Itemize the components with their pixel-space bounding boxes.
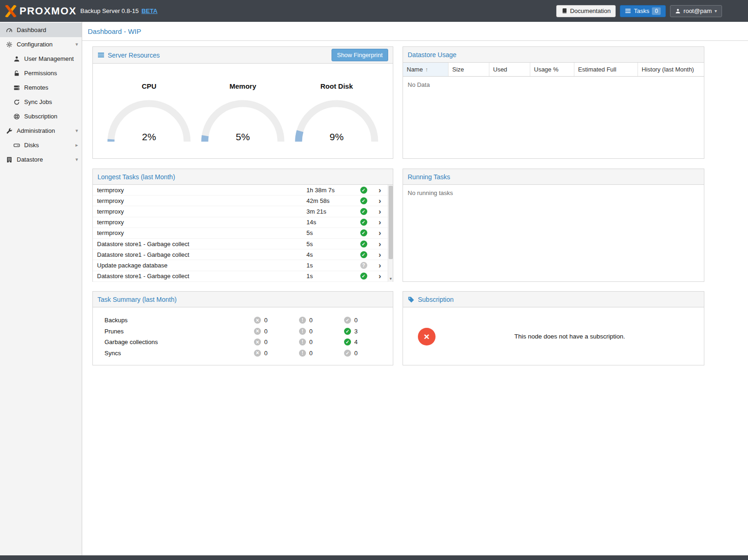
task-name: termproxy — [93, 229, 306, 236]
beta-link[interactable]: BETA — [142, 7, 157, 14]
task-row[interactable]: Datastore store1 - Garbage collect 5s › — [93, 239, 388, 249]
server-icon — [13, 85, 20, 91]
task-duration: 42m 58s — [306, 197, 355, 204]
chevron-right-icon[interactable]: › — [372, 229, 388, 237]
panel-title: Server Resources — [108, 52, 160, 59]
chevron-right-icon[interactable]: › — [372, 261, 388, 269]
show-fingerprint-button[interactable]: Show Fingerprint — [332, 49, 388, 61]
column-header-size[interactable]: Size — [449, 63, 489, 76]
sidebar-item-user-management[interactable]: User Management — [0, 52, 82, 66]
column-label: Used — [493, 66, 507, 73]
task-row[interactable]: Update package database 1s › — [93, 260, 388, 271]
error-count-icon — [254, 350, 261, 357]
warning-count-icon — [299, 350, 306, 357]
task-row[interactable]: termproxy 14s › — [93, 217, 388, 228]
warning-count-icon — [299, 328, 306, 335]
task-row[interactable]: termproxy 42m 58s › — [93, 195, 388, 206]
documentation-label: Documentation — [570, 7, 611, 14]
task-row[interactable]: termproxy 3m 21s › — [93, 206, 388, 217]
user-name: root@pam — [683, 7, 712, 14]
tasks-label: Tasks — [634, 7, 649, 14]
tasks-button[interactable]: Tasks 0 — [620, 5, 666, 17]
sort-ascending-icon: ↑ — [425, 66, 428, 73]
sidebar-item-permissions[interactable]: Permissions — [0, 66, 82, 80]
documentation-button[interactable]: Documentation — [556, 5, 616, 17]
caret-right-icon[interactable]: ▸ — [75, 142, 78, 148]
root-disk-gauge: Root Disk 9% — [293, 82, 381, 143]
sidebar-item-label: Remotes — [24, 84, 48, 91]
task-status-icon — [360, 219, 367, 226]
sidebar-item-disks[interactable]: Disks ▸ — [0, 138, 82, 152]
summary-row: Syncs 0 0 0 — [93, 348, 393, 359]
task-row[interactable]: Datastore store1 - Garbage collect 1s › — [93, 271, 388, 282]
sidebar-item-label: Configuration — [17, 41, 52, 48]
datastore-usage-panel: Datastore Usage Name ↑ Size Used Usage %… — [403, 46, 704, 159]
user-menu-button[interactable]: root@pam ▾ — [670, 5, 722, 17]
error-count: 0 — [264, 317, 267, 324]
sidebar: Dashboard Configuration ▾ User Managemen… — [0, 22, 82, 555]
column-header-used[interactable]: Used — [489, 63, 530, 76]
chevron-right-icon[interactable]: › — [372, 240, 388, 248]
user-icon — [13, 56, 20, 62]
chevron-right-icon[interactable]: › — [372, 197, 388, 205]
gauge-value: 9% — [293, 131, 381, 143]
sidebar-item-label: User Management — [24, 55, 74, 62]
chevron-right-icon[interactable]: › — [372, 218, 388, 226]
scrollbar-thumb[interactable] — [389, 186, 393, 259]
column-header-estimated-full[interactable]: Estimated Full — [574, 63, 638, 76]
sidebar-item-label: Administration — [17, 127, 55, 134]
tasks-count-badge: 0 — [652, 7, 661, 15]
gauge-label: Root Disk — [293, 82, 381, 90]
scroll-down-arrow[interactable]: ▼ — [388, 276, 393, 282]
sidebar-item-sync-jobs[interactable]: Sync Jobs — [0, 95, 82, 109]
chevron-right-icon[interactable]: › — [372, 251, 388, 259]
sidebar-item-datastore[interactable]: Datastore ▾ — [0, 152, 82, 167]
task-duration: 1s — [306, 262, 355, 269]
task-row[interactable]: Datastore store1 - Garbage collect 4s › — [93, 249, 388, 260]
scrollbar[interactable]: ▼ — [388, 185, 393, 282]
column-header-history[interactable]: History (last Month) — [638, 63, 704, 76]
summary-label: Garbage collections — [104, 339, 254, 345]
warning-count-icon — [299, 339, 306, 345]
task-name: termproxy — [93, 208, 306, 215]
warning-count: 0 — [309, 350, 312, 357]
column-label: Usage % — [534, 66, 559, 73]
sidebar-item-label: Dashboard — [17, 26, 46, 33]
datastore-usage-header-row: Name ↑ Size Used Usage % Estimated Full … — [403, 63, 704, 77]
ok-count: 0 — [354, 317, 358, 324]
chevron-right-icon[interactable]: › — [372, 272, 388, 280]
column-header-name[interactable]: Name ↑ — [403, 63, 449, 76]
caret-down-icon[interactable]: ▾ — [75, 156, 78, 163]
task-row[interactable]: termproxy 5s › — [93, 228, 388, 239]
summary-label: Backups — [104, 317, 254, 324]
gauge-label: Memory — [199, 82, 287, 90]
task-name: Datastore store1 - Garbage collect — [93, 251, 306, 258]
sidebar-item-remotes[interactable]: Remotes — [0, 80, 82, 95]
longest-tasks-list: termproxy 1h 38m 7s › termproxy 42m 58s … — [93, 185, 393, 282]
sidebar-item-label: Sync Jobs — [24, 98, 52, 105]
column-label: Name — [407, 66, 423, 73]
chevron-right-icon[interactable]: › — [372, 208, 388, 215]
sidebar-item-configuration[interactable]: Configuration ▾ — [0, 37, 82, 52]
warning-count-icon — [299, 317, 306, 324]
error-count: 0 — [264, 350, 267, 357]
summary-row: Prunes 0 0 3 — [93, 326, 393, 337]
refresh-icon — [13, 99, 20, 105]
task-status-icon — [360, 208, 367, 215]
task-duration: 5s — [306, 229, 355, 236]
building-icon — [6, 156, 13, 163]
ok-count: 0 — [354, 350, 358, 357]
main-area: Dashboard - WIP Server Resources Show Fi… — [82, 22, 748, 555]
caret-down-icon[interactable]: ▾ — [75, 128, 78, 134]
sidebar-item-administration[interactable]: Administration ▾ — [0, 124, 82, 138]
sidebar-item-subscription[interactable]: Subscription — [0, 109, 82, 124]
task-row[interactable]: termproxy 1h 38m 7s › — [93, 185, 388, 195]
caret-down-icon[interactable]: ▾ — [75, 41, 78, 47]
topbar: PROXMOX Backup Server 0.8-15 BETA Docume… — [0, 0, 748, 22]
hdd-icon — [13, 142, 20, 149]
sidebar-item-dashboard[interactable]: Dashboard — [0, 23, 82, 37]
column-header-usage-pct[interactable]: Usage % — [530, 63, 574, 76]
gauge-value: 2% — [105, 131, 193, 143]
no-data-text: No Data — [403, 77, 704, 93]
chevron-right-icon[interactable]: › — [372, 186, 388, 194]
